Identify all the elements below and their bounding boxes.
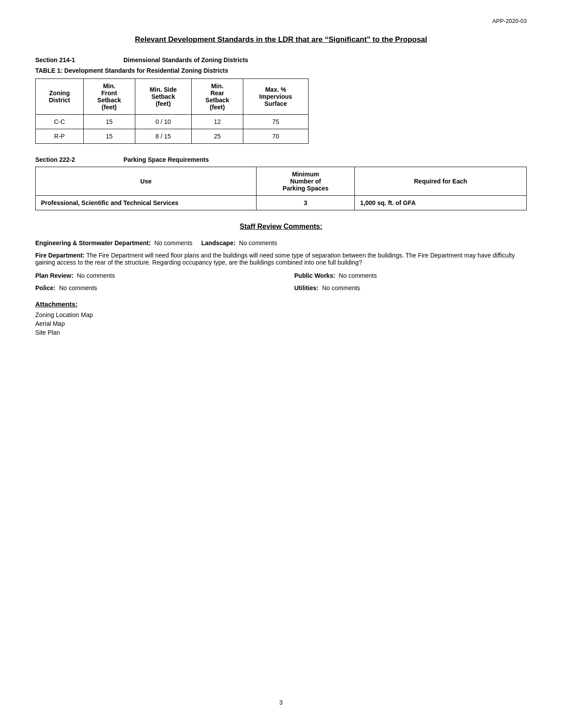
col-zoning-district: ZoningDistrict xyxy=(36,79,84,115)
police-utilities-row: Police: No comments Utilities: No commen… xyxy=(35,284,527,291)
landscape-item: Landscape: No comments xyxy=(201,239,277,246)
page-number: 3 xyxy=(0,699,562,706)
utilities-label: Utilities: xyxy=(294,284,319,291)
plan-review-item: Plan Review: No comments xyxy=(35,272,268,279)
table1-cell-0-3: 12 xyxy=(192,115,243,129)
fire-label: Fire Department: xyxy=(35,252,85,259)
table1-cell-0-0: C-C xyxy=(36,115,84,129)
attachments-title: Attachments: xyxy=(35,300,527,308)
public-works-item: Public Works: No comments xyxy=(294,272,527,279)
doc-id: APP-2020-03 xyxy=(492,18,527,24)
col-min-front-setback: Min.FrontSetback(feet) xyxy=(83,79,135,115)
table2-num-cell: 3 xyxy=(257,196,355,210)
landscape-label: Landscape: xyxy=(201,239,236,246)
fire-comment: The Fire Department will need floor plan… xyxy=(35,252,515,266)
plan-review-label: Plan Review: xyxy=(35,272,73,279)
police-item: Police: No comments xyxy=(35,284,268,291)
section2-title: Parking Space Requirements xyxy=(123,156,209,163)
table1-row: R-P158 / 152570 xyxy=(36,129,309,144)
table1-cell-0-1: 15 xyxy=(83,115,135,129)
engineering-landscape-row: Engineering & Stormwater Department: No … xyxy=(35,239,527,246)
col-min-rear-setback: Min.RearSetback(feet) xyxy=(192,79,243,115)
table2-req-cell: 1,000 sq. ft. of GFA xyxy=(355,196,527,210)
public-works-comment: No comments xyxy=(339,272,377,279)
police-label: Police: xyxy=(35,284,56,291)
table2-use-cell: Professional, Scientific and Technical S… xyxy=(36,196,257,210)
engineering-item: Engineering & Stormwater Department: No … xyxy=(35,239,193,246)
attachment-item: Zoning Location Map xyxy=(35,311,527,318)
public-works-label: Public Works: xyxy=(294,272,335,279)
landscape-comment: No comments xyxy=(239,239,277,246)
table1-cell-1-1: 15 xyxy=(83,129,135,144)
table1-row: C-C150 / 101275 xyxy=(36,115,309,129)
fire-dept-block: Fire Department: The Fire Department wil… xyxy=(35,252,527,266)
section1-label: Section 214-1 xyxy=(35,56,97,63)
col-use: Use xyxy=(36,167,257,196)
section1-title: Dimensional Standards of Zoning District… xyxy=(123,56,248,63)
table1-cell-1-2: 8 / 15 xyxy=(135,129,191,144)
attachment-item: Aerial Map xyxy=(35,320,527,327)
table1-cell-1-3: 25 xyxy=(192,129,243,144)
table1: ZoningDistrict Min.FrontSetback(feet) Mi… xyxy=(35,78,309,144)
section1-header: Section 214-1 Dimensional Standards of Z… xyxy=(35,56,527,63)
plan-review-comment: No comments xyxy=(77,272,115,279)
table1-cell-1-0: R-P xyxy=(36,129,84,144)
table2-row: Professional, Scientific and Technical S… xyxy=(36,196,527,210)
utilities-comment: No comments xyxy=(322,284,360,291)
col-min-side-setback: Min. SideSetback(feet) xyxy=(135,79,191,115)
main-title: Relevant Development Standards in the LD… xyxy=(35,35,527,44)
section2-label: Section 222-2 xyxy=(35,156,97,163)
table1-title: TABLE 1: Development Standards for Resid… xyxy=(35,67,527,74)
attachment-item: Site Plan xyxy=(35,329,527,336)
engineering-comment: No comments xyxy=(154,239,192,246)
table2: Use MinimumNumber ofParking Spaces Requi… xyxy=(35,167,527,210)
utilities-item: Utilities: No comments xyxy=(294,284,527,291)
table1-cell-0-4: 75 xyxy=(243,115,308,129)
plan-public-row: Plan Review: No comments Public Works: N… xyxy=(35,272,527,279)
table1-header-row: ZoningDistrict Min.FrontSetback(feet) Mi… xyxy=(36,79,309,115)
table1-cell-1-4: 70 xyxy=(243,129,308,144)
staff-review-title: Staff Review Comments: xyxy=(35,223,527,231)
table1-cell-0-2: 0 / 10 xyxy=(135,115,191,129)
engineering-label: Engineering & Stormwater Department: xyxy=(35,239,151,246)
section2-header: Section 222-2 Parking Space Requirements xyxy=(35,156,527,163)
col-min-parking: MinimumNumber ofParking Spaces xyxy=(257,167,355,196)
col-max-impervious: Max. %ImperviousSurface xyxy=(243,79,308,115)
page: APP-2020-03 Relevant Development Standar… xyxy=(0,0,562,728)
police-comment: No comments xyxy=(59,284,97,291)
table2-header-row: Use MinimumNumber ofParking Spaces Requi… xyxy=(36,167,527,196)
attachments-section: Attachments: Zoning Location MapAerial M… xyxy=(35,300,527,336)
col-required-for-each: Required for Each xyxy=(355,167,527,196)
attachments-list: Zoning Location MapAerial MapSite Plan xyxy=(35,311,527,336)
